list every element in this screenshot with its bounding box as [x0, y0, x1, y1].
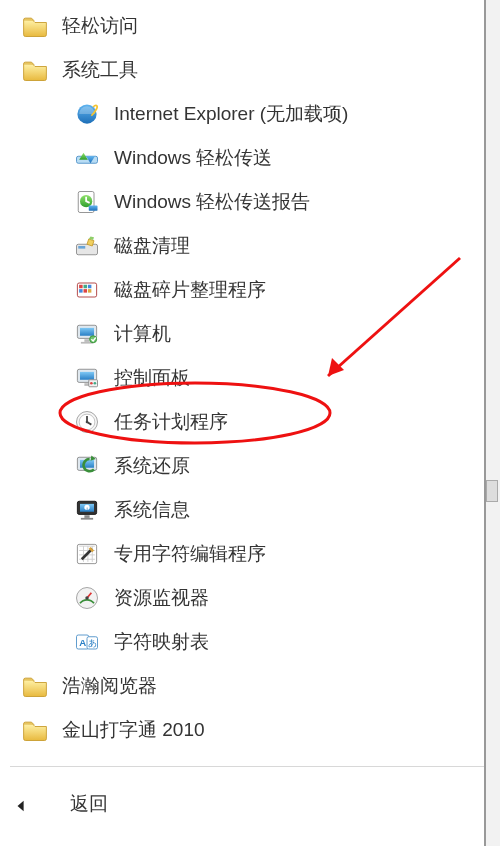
svg-rect-5 [77, 244, 98, 255]
menu-item-charmap[interactable]: Aあ 字符映射表 [0, 620, 500, 664]
menu-item-label: 任务计划程序 [114, 409, 228, 435]
svg-rect-32 [84, 515, 89, 518]
resmon-icon [72, 583, 102, 613]
disk-clean-icon [72, 231, 102, 261]
svg-rect-33 [81, 518, 93, 520]
menu-item-haohan-browser[interactable]: 浩瀚阅览器 [0, 664, 500, 708]
svg-rect-20 [80, 372, 94, 380]
svg-point-27 [86, 421, 89, 424]
svg-point-38 [85, 596, 89, 600]
svg-rect-13 [88, 289, 92, 293]
menu-item-easy-transfer[interactable]: Windows 轻松传送 [0, 136, 500, 180]
back-button[interactable]: 返回 [0, 767, 500, 817]
svg-text:あ: あ [88, 638, 97, 648]
menu-item-label: 计算机 [114, 321, 171, 347]
svg-point-23 [90, 382, 93, 385]
menu-item-system-restore[interactable]: 系统还原 [0, 444, 500, 488]
svg-text:i: i [86, 506, 87, 511]
menu-item-disk-cleanup[interactable]: 磁盘清理 [0, 224, 500, 268]
svg-rect-9 [84, 285, 88, 289]
svg-text:A: A [79, 637, 86, 648]
menu-item-label: 专用字符编辑程序 [114, 541, 266, 567]
back-arrow-icon [14, 796, 30, 812]
menu-item-computer[interactable]: 计算机 [0, 312, 500, 356]
computer-icon [72, 319, 102, 349]
svg-rect-4 [89, 206, 98, 211]
folder-icon [20, 671, 50, 701]
eudcedit-icon [72, 539, 102, 569]
start-menu-program-list: 轻松访问 系统工具 Internet Explorer (无加载项) Windo… [0, 0, 500, 817]
menu-item-kingsoft-typing[interactable]: 金山打字通 2010 [0, 708, 500, 752]
menu-item-label: 系统信息 [114, 497, 190, 523]
menu-item-control-panel[interactable]: 控制面板 [0, 356, 500, 400]
svg-rect-10 [88, 285, 92, 289]
svg-rect-16 [84, 339, 89, 342]
folder-icon [20, 11, 50, 41]
folder-icon [20, 55, 50, 85]
menu-item-label: 浩瀚阅览器 [62, 673, 157, 699]
menu-item-label: 系统还原 [114, 453, 190, 479]
menu-item-label: 金山打字通 2010 [62, 717, 205, 743]
menu-item-label: Windows 轻松传送 [114, 145, 272, 171]
menu-item-label: 磁盘清理 [114, 233, 190, 259]
svg-rect-8 [79, 285, 83, 289]
menu-item-easy-transfer-report[interactable]: Windows 轻松传送报告 [0, 180, 500, 224]
scrollbar[interactable] [484, 0, 500, 846]
restore-icon [72, 451, 102, 481]
menu-item-label: 系统工具 [62, 57, 138, 83]
menu-item-system-tools[interactable]: 系统工具 [0, 48, 500, 92]
menu-item-system-info[interactable]: i 系统信息 [0, 488, 500, 532]
svg-point-24 [94, 382, 97, 385]
menu-item-label: 轻松访问 [62, 13, 138, 39]
menu-item-label: Internet Explorer (无加载项) [114, 101, 348, 127]
menu-item-label: 磁盘碎片整理程序 [114, 277, 266, 303]
menu-item-task-scheduler[interactable]: 任务计划程序 [0, 400, 500, 444]
sysinfo-icon: i [72, 495, 102, 525]
menu-item-label: 字符映射表 [114, 629, 209, 655]
svg-rect-6 [78, 246, 85, 249]
menu-item-resmon[interactable]: 资源监视器 [0, 576, 500, 620]
svg-rect-11 [79, 289, 83, 293]
scrollbar-thumb[interactable] [486, 480, 498, 502]
menu-item-ie-noaddons[interactable]: Internet Explorer (无加载项) [0, 92, 500, 136]
svg-rect-15 [80, 328, 94, 336]
menu-item-defrag[interactable]: 磁盘碎片整理程序 [0, 268, 500, 312]
folder-icon [20, 715, 50, 745]
menu-item-easy-access[interactable]: 轻松访问 [0, 4, 500, 48]
control-panel-icon [72, 363, 102, 393]
charmap-icon: Aあ [72, 627, 102, 657]
transfer-report-icon [72, 187, 102, 217]
back-label: 返回 [70, 791, 108, 817]
defrag-icon [72, 275, 102, 305]
menu-item-label: 控制面板 [114, 365, 190, 391]
menu-item-label: Windows 轻松传送报告 [114, 189, 310, 215]
transfer-icon [72, 143, 102, 173]
ie-icon [72, 99, 102, 129]
menu-item-label: 资源监视器 [114, 585, 209, 611]
task-scheduler-icon [72, 407, 102, 437]
svg-rect-12 [84, 289, 88, 293]
menu-item-eudcedit[interactable]: 专用字符编辑程序 [0, 532, 500, 576]
